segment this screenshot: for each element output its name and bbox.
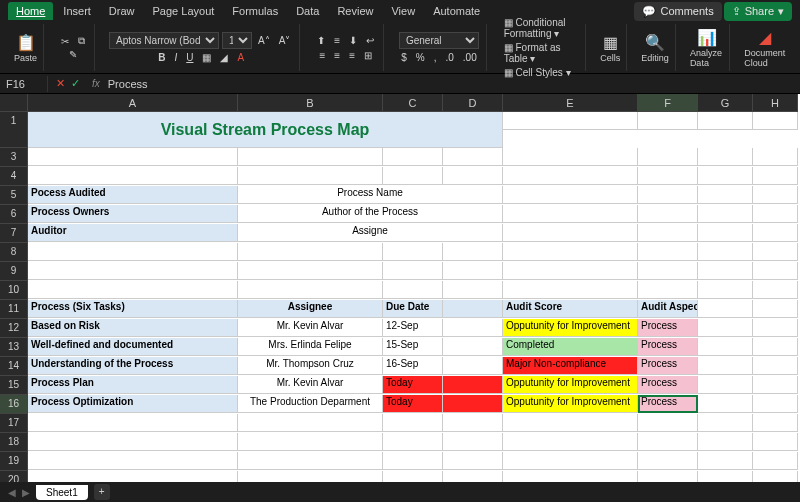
cell[interactable] [383, 243, 443, 261]
th-aspect[interactable]: Audit Aspect [638, 300, 698, 318]
cell[interactable] [698, 338, 753, 356]
add-sheet-button[interactable]: + [94, 484, 110, 500]
cell[interactable] [28, 433, 238, 451]
cell[interactable] [503, 186, 638, 204]
cell[interactable] [238, 281, 383, 299]
cell[interactable] [698, 262, 753, 280]
cell[interactable] [753, 395, 798, 413]
due-cell[interactable]: Today [383, 376, 443, 394]
cell[interactable] [753, 376, 798, 394]
tab-draw[interactable]: Draw [101, 2, 143, 20]
row-header[interactable]: 3 [0, 148, 28, 167]
meta-value[interactable]: Assigne [238, 224, 503, 242]
cell[interactable] [383, 281, 443, 299]
cell[interactable] [753, 300, 798, 318]
cell[interactable] [753, 148, 798, 166]
row-header[interactable]: 7 [0, 224, 28, 243]
paste-button[interactable]: 📋 Paste [14, 32, 37, 63]
cell[interactable] [443, 319, 503, 337]
cell[interactable] [698, 395, 753, 413]
align-middle-icon[interactable]: ≡ [331, 34, 343, 47]
cell[interactable] [753, 433, 798, 451]
score-cell[interactable]: Opputunity for Improvement [503, 319, 638, 337]
cell[interactable] [443, 433, 503, 451]
copy-icon[interactable]: ⧉ [75, 34, 88, 48]
row-header[interactable]: 8 [0, 243, 28, 262]
row-header[interactable]: 9 [0, 262, 28, 281]
cell[interactable] [443, 414, 503, 432]
cell[interactable] [698, 167, 753, 185]
cell[interactable] [638, 205, 698, 223]
tab-data[interactable]: Data [288, 2, 327, 20]
score-cell[interactable]: Opputunity for Improvement [503, 395, 638, 413]
increase-font-icon[interactable]: A˄ [255, 34, 273, 47]
cell[interactable] [443, 338, 503, 356]
border-button[interactable]: ▦ [199, 51, 214, 64]
cell[interactable] [698, 112, 753, 130]
col-header[interactable]: D [443, 94, 503, 112]
col-header[interactable]: F [638, 94, 698, 112]
cell[interactable] [383, 167, 443, 185]
meta-label[interactable]: Auditor [28, 224, 238, 242]
cell[interactable] [753, 414, 798, 432]
format-painter-icon[interactable]: ✎ [66, 48, 80, 61]
cell[interactable] [503, 224, 638, 242]
col-header[interactable]: G [698, 94, 753, 112]
cell[interactable] [753, 262, 798, 280]
share-button[interactable]: ⇪Share▾ [724, 2, 792, 21]
row-header[interactable]: 10 [0, 281, 28, 300]
meta-label[interactable]: Process Owners [28, 205, 238, 223]
cell[interactable] [753, 186, 798, 204]
cell[interactable] [753, 281, 798, 299]
th-assignee[interactable]: Assignee [238, 300, 383, 318]
aspect-cell[interactable]: Process [638, 376, 698, 394]
name-box[interactable]: F16 [0, 76, 48, 92]
format-as-table-button[interactable]: ▦ Format as Table ▾ [501, 41, 580, 65]
score-cell[interactable]: Major Non-compliance [503, 357, 638, 375]
due-cell[interactable]: 16-Sep [383, 357, 443, 375]
cell[interactable] [638, 224, 698, 242]
cell[interactable] [638, 414, 698, 432]
cells-button[interactable]: ▦Cells [600, 32, 620, 63]
cell[interactable] [638, 167, 698, 185]
cell[interactable] [753, 471, 798, 482]
cell[interactable] [698, 300, 753, 318]
cell[interactable] [238, 262, 383, 280]
cell[interactable] [443, 395, 503, 413]
cell[interactable] [443, 357, 503, 375]
cell[interactable] [638, 452, 698, 470]
row-header[interactable]: 11 [0, 300, 28, 319]
score-cell[interactable]: Completed [503, 338, 638, 356]
task-cell[interactable]: Process Plan [28, 376, 238, 394]
tab-insert[interactable]: Insert [55, 2, 99, 20]
cell[interactable] [638, 243, 698, 261]
font-color-button[interactable]: A [234, 51, 247, 64]
cell[interactable] [638, 262, 698, 280]
task-cell[interactable]: Understanding of the Process [28, 357, 238, 375]
meta-label[interactable]: Pocess Audited [28, 186, 238, 204]
document-cloud-button[interactable]: ◢Document Cloud [744, 27, 786, 68]
col-header[interactable]: B [238, 94, 383, 112]
cell[interactable] [698, 471, 753, 482]
analyze-data-button[interactable]: 📊Analyze Data [690, 27, 723, 68]
cell[interactable] [638, 186, 698, 204]
col-header[interactable]: A [28, 94, 238, 112]
cell[interactable] [443, 262, 503, 280]
row-header[interactable]: 19 [0, 452, 28, 471]
row-header[interactable]: 13 [0, 338, 28, 357]
th-due[interactable]: Due Date [383, 300, 443, 318]
tab-automate[interactable]: Automate [425, 2, 488, 20]
cell[interactable] [503, 433, 638, 451]
cell[interactable] [28, 414, 238, 432]
cell[interactable] [753, 205, 798, 223]
cell[interactable] [503, 414, 638, 432]
col-header[interactable]: C [383, 94, 443, 112]
cell[interactable] [753, 357, 798, 375]
col-header[interactable]: E [503, 94, 638, 112]
tab-home[interactable]: Home [8, 2, 53, 20]
assignee-cell[interactable]: Mr. Kevin Alvar [238, 319, 383, 337]
cell[interactable] [698, 414, 753, 432]
row-header[interactable]: 1 [0, 112, 28, 148]
cell[interactable] [698, 357, 753, 375]
decrease-decimal-icon[interactable]: .0 [442, 51, 456, 64]
